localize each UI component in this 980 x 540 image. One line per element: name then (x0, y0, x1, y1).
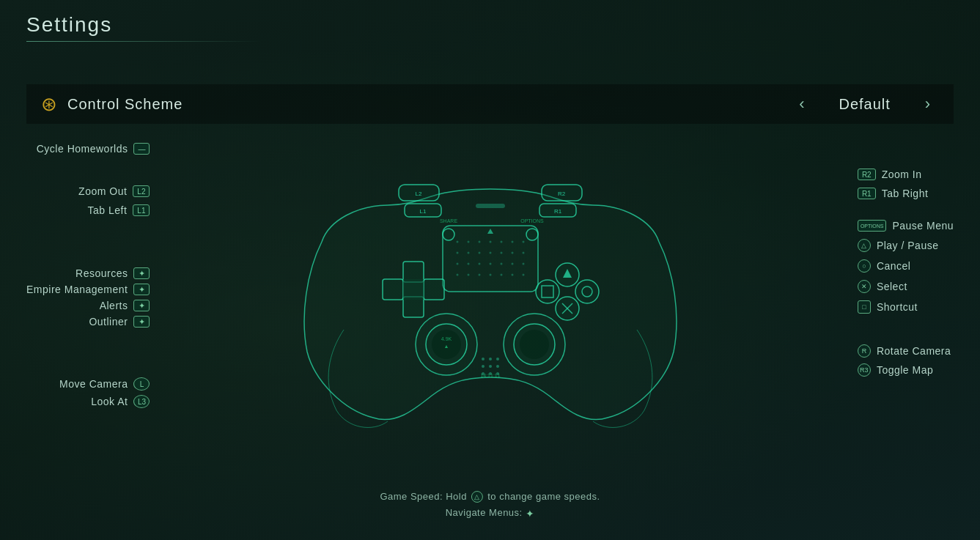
svg-point-19 (489, 252, 491, 254)
scheme-next-button[interactable]: › (916, 92, 939, 116)
svg-text:14:11:11: 14:11:11 (480, 373, 500, 378)
svg-point-15 (522, 241, 524, 243)
label-select: ✕ Select (858, 280, 954, 293)
label-pause-menu: OPTIONS Pause Menu (858, 220, 954, 232)
scheme-value: Default (828, 96, 902, 113)
badge-zoom-in: R2 (858, 169, 876, 180)
svg-point-21 (511, 252, 513, 254)
svg-text:R2: R2 (557, 191, 565, 197)
scheme-prev-button[interactable]: ‹ (790, 92, 813, 116)
svg-point-20 (500, 252, 502, 254)
svg-text:L1: L1 (419, 208, 426, 215)
label-tab-right: R1 Tab Right (858, 188, 954, 199)
svg-point-24 (467, 263, 469, 265)
badge-cancel: ○ (858, 259, 871, 273)
svg-point-36 (522, 274, 524, 276)
label-alerts-text: Alerts (100, 300, 128, 311)
svg-rect-71 (476, 204, 505, 208)
badge-rotate-camera: R (858, 344, 871, 358)
svg-point-65 (482, 365, 485, 368)
svg-point-34 (500, 274, 502, 276)
svg-text:4.9K: 4.9K (441, 336, 452, 341)
badge-move-camera: L (133, 377, 150, 391)
svg-point-16 (456, 252, 458, 254)
label-play-pause-text: Play / Pause (877, 240, 939, 251)
badge-tab-left: L1 (133, 204, 150, 216)
svg-point-22 (522, 252, 524, 254)
svg-point-25 (478, 263, 480, 265)
svg-rect-44 (383, 279, 403, 300)
svg-point-67 (496, 365, 499, 368)
label-resources: Resources ✦ (26, 267, 150, 279)
left-labels: Cycle Homeworlds — Zoom Out L2 Tab Left … (26, 143, 150, 411)
svg-point-23 (456, 263, 458, 265)
svg-point-11 (478, 241, 480, 243)
label-tab-right-text: Tab Right (882, 188, 929, 199)
title-underline (26, 41, 261, 42)
svg-point-64 (496, 358, 499, 360)
svg-point-35 (511, 274, 513, 276)
svg-point-63 (489, 358, 492, 360)
label-resources-text: Resources (75, 267, 128, 279)
svg-point-66 (489, 365, 492, 368)
badge-select: ✕ (858, 280, 871, 293)
badge-resources: ✦ (133, 267, 150, 279)
hint-navigate: Navigate Menus: ✦ (446, 507, 535, 519)
svg-point-51 (575, 280, 599, 303)
hint-game-speed: Game Speed: Hold △ to change game speeds… (380, 491, 600, 503)
svg-point-29 (522, 263, 524, 265)
badge-play-pause: △ (858, 239, 871, 252)
label-outliner-text: Outliner (89, 316, 128, 328)
svg-rect-8 (443, 226, 538, 292)
label-move-camera-text: Move Camera (59, 378, 128, 390)
bottom-hints: Game Speed: Hold △ to change game speeds… (380, 491, 600, 519)
label-rotate-camera: R Rotate Camera (858, 344, 954, 358)
label-pause-menu-text: Pause Menu (892, 220, 954, 232)
label-zoom-in: R2 Zoom In (858, 169, 954, 180)
label-empire-management-text: Empire Management (26, 284, 128, 295)
svg-point-26 (489, 263, 491, 265)
svg-point-10 (467, 241, 469, 243)
label-cycle-homeworlds: Cycle Homeworlds — (26, 143, 150, 155)
svg-text:OPTIONS: OPTIONS (520, 218, 544, 223)
svg-text:L2: L2 (415, 191, 421, 197)
label-toggle-map: R3 Toggle Map (858, 363, 954, 377)
badge-zoom-out: L2 (133, 185, 150, 197)
svg-point-13 (500, 241, 502, 243)
label-move-camera: Move Camera L (26, 377, 150, 391)
svg-point-41 (443, 229, 454, 240)
svg-text:SHARE: SHARE (439, 218, 457, 223)
badge-outliner: ✦ (133, 316, 150, 328)
svg-point-31 (467, 274, 469, 276)
svg-point-62 (482, 358, 485, 360)
label-empire-management: Empire Management ✦ (26, 284, 150, 295)
label-shortcut: □ Shortcut (858, 300, 954, 314)
badge-shortcut: □ (858, 300, 871, 314)
svg-point-27 (500, 263, 502, 265)
control-scheme-icon: ⊛ (41, 93, 57, 116)
svg-rect-43 (403, 297, 424, 317)
label-select-text: Select (877, 281, 907, 292)
svg-text:R1: R1 (553, 208, 561, 215)
badge-toggle-map: R3 (858, 363, 871, 377)
svg-point-17 (467, 252, 469, 254)
control-scheme-label: Control Scheme (67, 96, 790, 113)
svg-point-9 (456, 241, 458, 243)
svg-point-28 (511, 263, 513, 265)
svg-text:▲: ▲ (443, 344, 449, 349)
badge-cycle-homeworlds: — (133, 143, 150, 155)
label-tab-left: Tab Left L1 (26, 204, 150, 216)
label-shortcut-text: Shortcut (877, 301, 918, 313)
badge-tab-right: R1 (858, 188, 876, 199)
controller-diagram: L2 R2 L1 R1 (285, 117, 696, 440)
svg-point-32 (478, 274, 480, 276)
label-cancel-text: Cancel (877, 260, 911, 272)
label-zoom-out-text: Zoom Out (78, 185, 127, 197)
label-alerts: Alerts ✦ (26, 300, 150, 311)
label-cancel: ○ Cancel (858, 259, 954, 273)
right-labels: R2 Zoom In R1 Tab Right OPTIONS Pause Me… (858, 169, 954, 377)
label-play-pause: △ Play / Pause (858, 239, 954, 252)
svg-point-18 (478, 252, 480, 254)
svg-point-61 (520, 330, 549, 359)
badge-alerts: ✦ (133, 300, 150, 311)
